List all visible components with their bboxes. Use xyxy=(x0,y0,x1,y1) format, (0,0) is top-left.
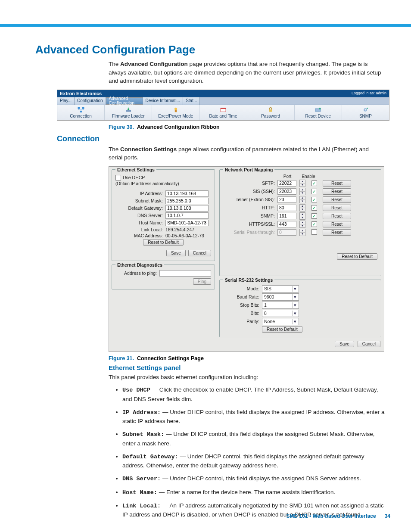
mode-select[interactable]: SIS▾ xyxy=(262,285,299,292)
eth-cancel-button[interactable]: Cancel xyxy=(188,250,211,256)
ribbon-header: Extron Electronics Logged in as: admin xyxy=(57,90,389,97)
bullet-term: DNS Server: xyxy=(122,476,161,482)
tab-advanced-configuration[interactable]: Advanced Configuration xyxy=(106,97,143,105)
ip-input[interactable] xyxy=(165,190,209,197)
label: Password xyxy=(261,114,280,118)
chevron-up-icon: ▲ xyxy=(300,188,305,192)
svg-rect-8 xyxy=(269,109,272,112)
bullet-desc: — Under DHCP control, this field display… xyxy=(161,475,361,482)
text-bold: Connection Settings xyxy=(120,146,177,152)
baud-value: 9600 xyxy=(264,294,274,299)
port-input[interactable] xyxy=(277,229,296,236)
dns-label: DNS Server: xyxy=(115,213,165,218)
port-reset-button[interactable]: Reset xyxy=(323,188,351,195)
port-input[interactable] xyxy=(277,188,296,195)
port-reset-button[interactable]: Reset xyxy=(323,180,351,187)
ping-button[interactable]: Ping xyxy=(193,278,211,285)
bits-select[interactable]: 8▾ xyxy=(262,310,299,317)
exec-icon xyxy=(172,107,180,113)
port-enable-checkbox[interactable]: ✔ xyxy=(311,213,317,219)
port-row: Telnet (Extron SIS):▲▼✔Reset xyxy=(223,196,377,203)
port-row: SIS (SSH):▲▼✔Reset xyxy=(223,188,377,195)
serial-reset-button[interactable]: Reset to Default xyxy=(262,326,302,333)
ribbon-item-exec[interactable]: Exec/Power Mode xyxy=(152,105,199,120)
port-spinner[interactable]: ▲▼ xyxy=(299,196,305,203)
bullet-desc: — Enter a name for the device here. The … xyxy=(157,489,335,495)
ribbon-item-snmp[interactable]: SNMP xyxy=(342,105,389,120)
bullet-term: Use DHCP xyxy=(122,387,150,393)
gear-icon xyxy=(361,107,369,113)
port-enable-checkbox[interactable]: ✔ xyxy=(311,221,317,227)
port-reset-button[interactable]: Reset xyxy=(323,196,351,203)
parity-select[interactable]: None▾ xyxy=(262,318,299,325)
ribbon-item-datetime[interactable]: Date and Time xyxy=(199,105,247,120)
stop-select[interactable]: 1▾ xyxy=(262,302,299,309)
port-row: HTTPS/SSL:▲▼✔Reset xyxy=(223,221,377,228)
port-input[interactable] xyxy=(277,221,296,227)
port-enable-checkbox[interactable]: ✔ xyxy=(311,197,317,202)
dns-input[interactable] xyxy=(165,212,209,219)
port-reset-button[interactable]: Reset xyxy=(323,205,351,211)
chevron-down-icon: ▾ xyxy=(292,311,298,316)
tab-play[interactable]: Play... xyxy=(57,97,75,105)
linklocal-value: 169.254.4.247 xyxy=(165,227,194,232)
intro-paragraph-1: The Advanced Configuration page provides… xyxy=(109,60,384,85)
bottom-cancel-button[interactable]: Cancel xyxy=(358,341,380,347)
bullet-item: IP Address: — Under DHCP control, this f… xyxy=(122,408,385,426)
port-enable-checkbox[interactable]: ✔ xyxy=(311,205,317,211)
page-title-h1: Advanced Configuration Page xyxy=(35,43,390,56)
bullet-item: Host Name: — Enter a name for the device… xyxy=(122,488,385,497)
heading-connection: Connection xyxy=(57,134,390,143)
port-reset-button[interactable]: Reset xyxy=(323,213,351,219)
port-spinner[interactable]: ▲▼ xyxy=(299,221,305,228)
port-spinner[interactable]: ▲▼ xyxy=(299,204,305,212)
ethernet-diagnostics-group: Ethernet Diagnostics Address to ping: Pi… xyxy=(112,264,215,289)
port-spinner[interactable]: ▲▼ xyxy=(299,188,305,195)
port-input[interactable] xyxy=(277,213,296,219)
chevron-up-icon: ▲ xyxy=(300,221,305,224)
tab-configuration[interactable]: Configuration xyxy=(75,97,106,105)
eth-intro-text: This panel provides basic ethernet confi… xyxy=(109,373,384,382)
bits-value: 8 xyxy=(264,311,267,316)
port-input[interactable] xyxy=(277,205,296,211)
port-enable-checkbox[interactable]: ✔ xyxy=(311,180,317,186)
port-reset-button[interactable]: Reset xyxy=(323,221,351,227)
ribbon-icons-row: Connection Firmware Loader Exec/Power Mo… xyxy=(57,105,389,120)
chevron-down-icon: ▼ xyxy=(300,208,305,211)
svg-rect-3 xyxy=(126,110,131,112)
dhcp-checkbox[interactable] xyxy=(115,175,121,180)
port-label: Telnet (Extron SIS): xyxy=(223,197,275,202)
port-spinner[interactable]: ▲▼ xyxy=(299,229,305,236)
ribbon-item-connection[interactable]: Connection xyxy=(57,105,105,120)
gateway-input[interactable] xyxy=(165,205,209,212)
ping-addr-input[interactable] xyxy=(159,270,211,277)
port-enable-checkbox[interactable]: ✔ xyxy=(311,189,317,194)
baud-select[interactable]: 9600▾ xyxy=(262,293,299,301)
top-stripe xyxy=(0,24,411,27)
subnet-input[interactable] xyxy=(165,198,209,204)
label: SNMP xyxy=(359,114,372,118)
ports-reset-all-button[interactable]: Reset to Default xyxy=(337,253,377,260)
tab-device-info[interactable]: Device Informati... xyxy=(143,97,184,105)
host-input[interactable] xyxy=(165,220,209,226)
tab-stat[interactable]: Stat... xyxy=(183,97,200,105)
bottom-save-button[interactable]: Save xyxy=(335,341,354,347)
ribbon-tabs: Play... Configuration Advanced Configura… xyxy=(57,97,389,105)
port-enable-checkbox[interactable] xyxy=(311,229,317,235)
port-spinner[interactable]: ▲▼ xyxy=(299,180,305,187)
ribbon-item-firmware[interactable]: Firmware Loader xyxy=(105,105,152,120)
port-input[interactable] xyxy=(277,196,296,203)
ribbon-item-password[interactable]: Password xyxy=(247,105,295,120)
chevron-down-icon: ▾ xyxy=(292,294,298,300)
ribbon-item-reset[interactable]: Reset Device xyxy=(295,105,342,120)
svg-point-13 xyxy=(367,107,368,109)
bullet-item: DNS Server: — Under DHCP control, this f… xyxy=(122,474,385,483)
svg-point-10 xyxy=(319,107,321,109)
eth-save-button[interactable]: Save xyxy=(166,250,186,256)
port-label: HTTP: xyxy=(223,205,275,210)
port-input[interactable] xyxy=(277,180,296,187)
port-spinner[interactable]: ▲▼ xyxy=(299,212,305,220)
figure-title: Connection Settings Page xyxy=(137,355,204,361)
port-reset-button[interactable]: Reset xyxy=(323,229,351,236)
eth-reset-button[interactable]: Reset to Default xyxy=(143,239,184,246)
